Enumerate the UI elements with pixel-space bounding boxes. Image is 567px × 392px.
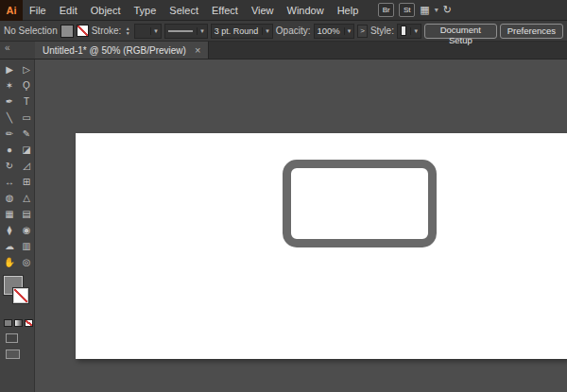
scale-tool[interactable]: ◿ (18, 158, 35, 174)
column-graph-tool[interactable]: ▥ (18, 238, 35, 254)
stepper-down-icon[interactable]: ▼ (124, 31, 131, 36)
lasso-tool[interactable]: Ϙ (18, 77, 35, 94)
stroke-swatch[interactable] (13, 288, 28, 303)
style-swatch (401, 26, 406, 36)
document-setup-button[interactable]: Document Setup (424, 24, 497, 39)
artboard[interactable] (76, 133, 567, 359)
chevron-down-icon[interactable]: ▾ (262, 27, 269, 35)
menu-item-view[interactable]: View (245, 0, 281, 20)
mesh-tool[interactable]: ▦ (1, 206, 18, 222)
chevron-down-icon[interactable]: ▾ (410, 27, 418, 35)
line-segment-tool[interactable]: ╲ (1, 110, 18, 126)
variable-width-profile-dropdown[interactable]: ▾ (164, 24, 208, 39)
tool-grid: ▶▷✶Ϙ✒T╲▭✏✎●◪↻◿↔⊞◍△▦▤⧫◉☁▥✋◎ (0, 60, 35, 270)
document-tab-title: Untitled-1* @ 50% (RGB/Preview) (43, 45, 186, 56)
style-dropdown[interactable]: ▾ (397, 24, 421, 39)
menubar-right-controls: Br St ▦ ▾ ↻ (378, 3, 452, 17)
rectangle-tool[interactable]: ▭ (18, 110, 35, 126)
preferences-button[interactable]: Preferences (500, 24, 563, 39)
width-tool[interactable]: ↔ (1, 174, 18, 190)
gradient-tool[interactable]: ▤ (18, 206, 35, 222)
menu-item-object[interactable]: Object (84, 0, 128, 20)
chevron-down-icon[interactable]: ▾ (435, 6, 438, 14)
screen-mode-button[interactable] (6, 349, 20, 359)
color-mode-buttons (0, 315, 34, 327)
brushes-panel-button[interactable]: Br (378, 3, 394, 17)
blob-brush-tool[interactable]: ● (1, 142, 18, 158)
toolbar-collapse-button[interactable]: « (0, 42, 35, 59)
drawing-mode-button[interactable] (6, 333, 18, 343)
control-bar: No Selection Stroke: ▲ ▼ ▾ ▾ 3 pt. Round… (0, 21, 567, 42)
brush-definition-value: 3 pt. Round (215, 26, 259, 36)
document-tab-bar: « Untitled-1* @ 50% (RGB/Preview) × (0, 42, 567, 60)
menu-item-select[interactable]: Select (163, 0, 205, 20)
rounded-rectangle-shape[interactable] (283, 160, 437, 247)
chevron-down-icon[interactable]: ▾ (150, 27, 158, 35)
brush-definition-dropdown[interactable]: 3 pt. Round ▾ (211, 24, 273, 39)
stroke-color-swatch[interactable] (77, 25, 89, 37)
menu-item-file[interactable]: File (23, 0, 53, 20)
more-options-button[interactable]: > (357, 25, 368, 38)
selection-status: No Selection (4, 26, 58, 36)
eyedropper-tool[interactable]: ⧫ (1, 222, 18, 238)
pen-tool[interactable]: ✒ (1, 94, 18, 110)
chevron-down-icon[interactable]: ▾ (197, 27, 204, 35)
stroke-weight-stepper[interactable]: ▲ ▼ (124, 26, 131, 36)
menu-item-help[interactable]: Help (331, 0, 366, 20)
stroke-weight-dropdown[interactable]: ▾ (134, 24, 162, 39)
direct-selection-tool[interactable]: ▷ (18, 61, 35, 77)
none-button[interactable] (25, 319, 33, 327)
menu-item-type[interactable]: Type (128, 0, 163, 20)
free-transform-tool[interactable]: ⊞ (18, 174, 35, 190)
app-logo: Ai (0, 0, 23, 21)
menu-items: FileEditObjectTypeSelectEffectViewWindow… (23, 0, 365, 20)
tools-panel: ▶▷✶Ϙ✒T╲▭✏✎●◪↻◿↔⊞◍△▦▤⧫◉☁▥✋◎ (0, 60, 35, 392)
stroke-label: Stroke: (92, 26, 122, 36)
styles-panel-button[interactable]: St (399, 3, 415, 17)
fill-stroke-indicator (0, 276, 34, 315)
document-tab[interactable]: Untitled-1* @ 50% (RGB/Preview) × (35, 42, 209, 59)
blend-tool[interactable]: ◉ (18, 222, 35, 238)
pencil-tool[interactable]: ✎ (18, 126, 35, 142)
fill-color-swatch[interactable] (60, 25, 74, 38)
workspace-switcher-icon[interactable]: ▦ (420, 3, 429, 17)
eraser-tool[interactable]: ◪ (18, 142, 35, 158)
rotate-tool[interactable]: ↻ (1, 158, 18, 174)
opacity-value[interactable]: 100% (318, 26, 340, 36)
zoom-tool[interactable]: ◎ (18, 254, 35, 270)
style-label: Style: (370, 26, 394, 36)
workspace: ▶▷✶Ϙ✒T╲▭✏✎●◪↻◿↔⊞◍△▦▤⧫◉☁▥✋◎ (0, 60, 567, 392)
width-profile-preview (168, 30, 193, 32)
symbol-sprayer-tool[interactable]: ☁ (1, 238, 18, 254)
opacity-field[interactable]: 100% ▾ (314, 24, 355, 39)
color-button[interactable] (4, 319, 12, 327)
illustrator-window: Ai FileEditObjectTypeSelectEffectViewWin… (0, 0, 567, 392)
canvas[interactable] (35, 60, 567, 392)
paintbrush-tool[interactable]: ✏ (1, 126, 18, 142)
menu-item-effect[interactable]: Effect (205, 0, 245, 20)
type-tool[interactable]: T (18, 94, 35, 110)
perspective-grid-tool[interactable]: △ (18, 190, 35, 206)
opacity-label: Opacity: (276, 26, 311, 36)
shape-builder-tool[interactable]: ◍ (1, 190, 18, 206)
menu-bar: Ai FileEditObjectTypeSelectEffectViewWin… (0, 0, 567, 21)
gradient-button[interactable] (14, 319, 23, 327)
menu-item-edit[interactable]: Edit (53, 0, 84, 20)
tab-close-icon[interactable]: × (195, 45, 200, 55)
menu-item-window[interactable]: Window (281, 0, 331, 20)
selection-tool[interactable]: ▶ (1, 61, 18, 77)
chevron-down-icon[interactable]: ▾ (344, 27, 352, 35)
sync-icon[interactable]: ↻ (443, 3, 452, 17)
hand-tool[interactable]: ✋ (1, 254, 18, 270)
magic-wand-tool[interactable]: ✶ (1, 77, 18, 94)
